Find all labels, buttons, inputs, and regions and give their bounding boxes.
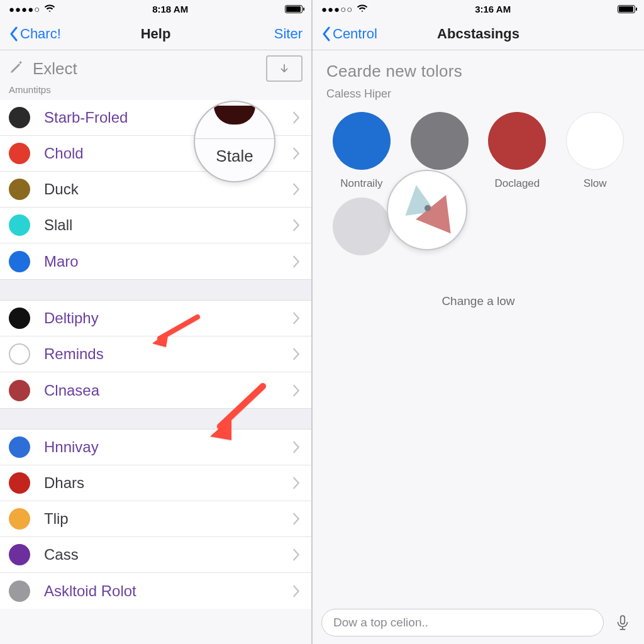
- section-heading: Cearde new tolors: [313, 50, 644, 85]
- center-note: Change a low: [313, 294, 644, 308]
- chevron-right-icon: [292, 440, 300, 454]
- battery-icon: [618, 5, 635, 13]
- chevron-right-icon: [292, 384, 300, 397]
- signal-dots-icon: ●●●●○: [9, 4, 40, 14]
- section-gap: [0, 408, 311, 430]
- list-item-label: Deltiphy: [44, 309, 99, 327]
- color-swatch-icon: [9, 508, 30, 530]
- pencil-icon[interactable]: [9, 60, 24, 77]
- list-item-label: Cass: [44, 546, 79, 564]
- list-item-cass[interactable]: Cass: [0, 537, 311, 573]
- list-item-reminds[interactable]: Reminds: [0, 336, 311, 372]
- right-phone: ●●●○○ 3:16 AM Centrol Abcstasings Cearde…: [313, 0, 644, 644]
- text-input[interactable]: Dow a top celion..: [321, 609, 604, 636]
- chevron-right-icon: [292, 111, 300, 125]
- chevron-right-icon: [292, 147, 300, 160]
- svg-rect-3: [621, 616, 625, 624]
- section-header: Amuntitps: [0, 82, 311, 100]
- color-swatch-icon: [9, 343, 30, 365]
- list-item-clnasea[interactable]: Clnasea: [0, 372, 311, 408]
- bubble-label: Stale: [216, 147, 253, 166]
- list-item-label: Dhars: [44, 474, 84, 492]
- chevron-right-icon: [292, 218, 300, 232]
- color-swatch-icon: [9, 107, 30, 128]
- palette-item-white[interactable]: Slow: [556, 112, 634, 190]
- bottom-input-bar: Dow a top celion..: [321, 608, 635, 638]
- back-label: Centrol: [333, 26, 377, 42]
- chevron-right-icon: [292, 584, 300, 598]
- list-item-label: Askltoid Rolot: [44, 582, 136, 600]
- list-item-askltoid[interactable]: Askltoid Rolot: [0, 573, 311, 609]
- color-swatch-icon: [488, 112, 546, 170]
- back-button[interactable]: Centrol: [321, 26, 377, 42]
- chevron-right-icon: [292, 182, 300, 196]
- color-swatch-icon: [411, 112, 469, 170]
- list-item-label: Reminds: [44, 345, 104, 363]
- list-item-slall[interactable]: Slall: [0, 208, 311, 243]
- list-item-label: Tlip: [44, 510, 69, 528]
- list-item-duck[interactable]: Duck: [0, 172, 311, 208]
- left-phone: ●●●●○ 8:18 AM Charc! Help Siter Exlect: [0, 0, 313, 644]
- mic-button[interactable]: [610, 610, 635, 635]
- nav-bar: Charc! Help Siter: [0, 18, 311, 50]
- chevron-right-icon: [292, 255, 300, 269]
- chevron-right-icon: [292, 347, 300, 361]
- list-item-label: Duck: [44, 180, 79, 198]
- nav-bar: Centrol Abcstasings: [313, 18, 644, 50]
- back-button[interactable]: Charc!: [9, 26, 61, 42]
- signal-dots-icon: ●●●○○: [321, 4, 353, 14]
- chevron-right-icon: [292, 512, 300, 526]
- wifi-icon: [44, 3, 55, 16]
- list-item-label: Starb-Froled: [44, 109, 128, 126]
- list-item-label: Chold: [44, 145, 84, 162]
- section-gap: [0, 279, 311, 301]
- magnifier-bubble: Stale: [194, 101, 275, 182]
- text-input-placeholder: Dow a top celion..: [333, 616, 428, 630]
- list-item-label: Hnnivay: [44, 438, 99, 456]
- list-item-dhars[interactable]: Dhars: [0, 465, 311, 501]
- chevron-right-icon: [292, 548, 300, 562]
- color-swatch-icon: [9, 436, 30, 458]
- chevron-right-icon: [292, 311, 300, 325]
- chevron-right-icon: [292, 476, 300, 490]
- list-group-3: Hnnivay Dhars Tlip Cass Askltoid Rolot: [0, 430, 311, 609]
- list-item-deltiphy[interactable]: Deltiphy: [0, 301, 311, 336]
- color-swatch-icon: [9, 179, 30, 200]
- color-wheel-bubble: [387, 170, 467, 250]
- color-swatch-icon: [9, 251, 30, 272]
- list-item-hnnivay[interactable]: Hnnivay: [0, 430, 311, 465]
- status-bar: ●●●●○ 8:18 AM: [0, 0, 311, 18]
- color-swatch-icon: [9, 544, 30, 565]
- color-swatch-icon: [333, 197, 391, 255]
- list-item-label: Slall: [44, 216, 72, 234]
- color-swatch-icon: [9, 308, 30, 329]
- color-swatch-icon: [9, 472, 30, 494]
- color-palette: Nontraily Doclaged Slow: [313, 107, 644, 260]
- color-swatch-icon: [9, 214, 30, 236]
- palette-label: Doclaged: [494, 177, 540, 190]
- sort-button[interactable]: [266, 55, 303, 82]
- battery-icon: [285, 5, 303, 13]
- palette-label: Nontraily: [340, 177, 382, 190]
- palette-item-red[interactable]: Doclaged: [479, 112, 557, 190]
- bubble-swatch-icon: [214, 106, 255, 125]
- header-label: Exlect: [33, 59, 77, 79]
- wifi-icon: [357, 3, 368, 16]
- list-item-label: Maro: [44, 253, 79, 270]
- palette-label: Slow: [584, 177, 607, 190]
- list-item-label: Clnasea: [44, 382, 99, 399]
- section-caption: Caless Hiper: [313, 85, 644, 107]
- status-time: 8:18 AM: [152, 4, 188, 14]
- color-swatch-icon: [333, 112, 391, 170]
- status-time: 3:16 AM: [475, 4, 511, 14]
- list-item-maro[interactable]: Maro: [0, 243, 311, 279]
- palette-item-blue[interactable]: Nontraily: [323, 112, 401, 190]
- list-item-tlip[interactable]: Tlip: [0, 501, 311, 537]
- color-swatch-icon: [9, 143, 30, 164]
- nav-action[interactable]: Siter: [274, 26, 303, 42]
- status-bar: ●●●○○ 3:16 AM: [313, 0, 644, 18]
- back-label: Charc!: [20, 26, 61, 42]
- list-group-2: Deltiphy Reminds Clnasea: [0, 301, 311, 408]
- header-row: Exlect: [0, 50, 311, 82]
- color-swatch-icon: [566, 112, 624, 170]
